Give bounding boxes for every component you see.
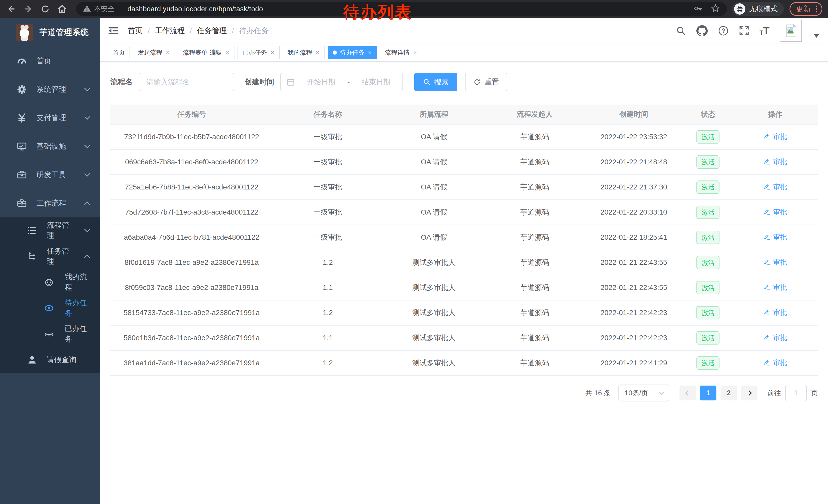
url-text[interactable]: dashboard.yudao.iocoder.cn/bpm/task/todo: [127, 5, 263, 13]
approve-link[interactable]: 审批: [763, 283, 787, 292]
goto-page-input[interactable]: [785, 385, 807, 401]
tab-close-icon[interactable]: ×: [368, 49, 372, 56]
sidebar-item[interactable]: 支付管理: [0, 103, 100, 132]
forward-icon[interactable]: [23, 3, 34, 15]
approve-link[interactable]: 审批: [763, 258, 787, 267]
key-icon[interactable]: [694, 4, 703, 14]
sidebar-logo[interactable]: 芋道管理系统: [0, 18, 100, 47]
page-button-2[interactable]: 2: [720, 385, 737, 401]
avatar[interactable]: [780, 20, 802, 42]
sidebar-item[interactable]: 研发工具: [0, 161, 100, 189]
fullscreen-icon[interactable]: [739, 26, 749, 36]
tag-tab-label: 我的流程: [288, 48, 312, 57]
chevron-icon: [84, 142, 90, 148]
chevron-right-icon: [747, 391, 752, 396]
status-badge: 激活: [696, 231, 719, 244]
tag-tab[interactable]: 发起流程 ×: [133, 46, 175, 59]
tag-tab[interactable]: 流程详情 ×: [380, 46, 422, 59]
sidebar-item[interactable]: 工作流程: [0, 189, 100, 217]
table-header-cell: 所属流程: [383, 109, 485, 119]
tab-close-icon[interactable]: ×: [315, 49, 320, 56]
update-button[interactable]: 更新: [790, 2, 822, 16]
tag-tab[interactable]: 待办任务 ×: [328, 46, 377, 59]
approve-link[interactable]: 审批: [763, 232, 787, 242]
approve-link-label: 审批: [773, 208, 787, 217]
reload-icon[interactable]: [40, 3, 51, 15]
tag-tab[interactable]: 我的流程 ×: [283, 46, 325, 59]
end-date-placeholder[interactable]: 结束日期: [356, 77, 397, 87]
date-range-picker[interactable]: 开始日期 - 结束日期: [280, 73, 403, 91]
top-header: 首页 / 工作流程 / 任务管理 / 待办任务 ?: [100, 18, 828, 44]
edit-pencil-icon: [763, 234, 771, 241]
page-button-1[interactable]: 1: [700, 385, 716, 401]
sidebar-item[interactable]: 首页: [0, 47, 100, 75]
browser-toolbar: 不安全 dashboard.yudao.iocoder.cn/bpm/task/…: [0, 0, 828, 18]
tab-close-icon[interactable]: ×: [225, 49, 230, 56]
search-icon: [423, 78, 431, 86]
refresh-icon: [473, 78, 481, 86]
start-date-placeholder[interactable]: 开始日期: [300, 77, 342, 87]
approve-link[interactable]: 审批: [763, 182, 787, 191]
approve-link[interactable]: 审批: [763, 208, 787, 217]
status-badge: 激活: [696, 256, 719, 269]
page-content: 流程名 创建时间 开始日期 - 结束日期 搜索 重置: [100, 61, 828, 504]
warning-icon: [83, 4, 91, 14]
breadcrumb-item[interactable]: 任务管理: [197, 26, 227, 36]
search-icon[interactable]: [676, 26, 686, 36]
url-divider: [122, 5, 122, 13]
home-icon[interactable]: [56, 3, 68, 15]
tab-close-icon[interactable]: ×: [270, 49, 275, 56]
breadcrumb-separator: /: [190, 27, 192, 35]
table-row: 75d72608-7b7f-11ec-a3c8-acde48001122 一级审…: [110, 200, 818, 225]
github-icon[interactable]: [696, 25, 708, 36]
sidebar-subitem[interactable]: 请假查询: [0, 347, 100, 373]
starter-cell: 芋道源码: [485, 182, 584, 192]
tab-close-icon[interactable]: ×: [413, 49, 417, 56]
process-name-input[interactable]: [139, 73, 234, 91]
approve-link[interactable]: 审批: [763, 157, 787, 166]
sidebar-subitem-label: 流程管理: [47, 220, 76, 241]
tab-close-icon[interactable]: ×: [165, 49, 170, 56]
back-icon[interactable]: [6, 3, 17, 15]
sidebar-subitem-label: 我的流程: [65, 272, 89, 292]
next-page-button[interactable]: [741, 385, 757, 401]
sidebar-subitem[interactable]: 任务管理: [0, 243, 100, 269]
goto-label: 前往: [767, 388, 781, 398]
status-badge: 激活: [696, 331, 719, 345]
sidebar-item[interactable]: 基础设施: [0, 132, 100, 161]
create-time-cell: 2022-01-21 22:43:55: [584, 283, 683, 292]
tag-tab-label: 已办任务: [242, 48, 267, 57]
tag-tab[interactable]: 已办任务 ×: [238, 46, 280, 59]
logo-avatar: [16, 24, 33, 41]
total-count: 共 16 条: [585, 388, 611, 398]
create-time-cell: 2022-01-21 22:43:55: [584, 259, 683, 267]
approve-link-label: 审批: [773, 182, 787, 191]
caret-down-icon[interactable]: [814, 34, 819, 38]
help-icon[interactable]: ?: [718, 26, 729, 36]
font-size-icon[interactable]: [759, 26, 770, 36]
breadcrumb-item[interactable]: 首页: [128, 26, 142, 36]
breadcrumb-item[interactable]: 工作流程: [155, 26, 185, 36]
star-icon[interactable]: [710, 4, 720, 14]
svg-text:?: ?: [721, 27, 726, 34]
security-label[interactable]: 不安全: [94, 4, 115, 13]
search-button[interactable]: 搜索: [414, 73, 457, 91]
sidebar-subitem[interactable]: 已办任务: [0, 321, 100, 347]
sidebar-subitem[interactable]: 流程管理: [0, 217, 100, 243]
tag-tab[interactable]: 流程表单-编辑 ×: [178, 46, 235, 59]
status-badge: 激活: [696, 155, 719, 169]
approve-link[interactable]: 审批: [763, 358, 787, 367]
task-name-cell: 一级审批: [273, 208, 382, 217]
create-time-cell: 2022-01-21 22:42:23: [584, 334, 683, 342]
prev-page-button[interactable]: [679, 385, 696, 401]
sidebar-subitem[interactable]: 待办任务: [0, 295, 100, 321]
approve-link[interactable]: 审批: [763, 308, 787, 317]
tag-tab[interactable]: 首页: [108, 46, 130, 59]
sidebar-item[interactable]: 系统管理: [0, 75, 100, 103]
approve-link[interactable]: 审批: [763, 132, 787, 141]
approve-link[interactable]: 审批: [763, 333, 787, 342]
page-size-select[interactable]: 10条/页: [618, 384, 669, 402]
reset-button[interactable]: 重置: [465, 73, 507, 91]
hamburger-icon[interactable]: [108, 25, 119, 36]
sidebar-subitem[interactable]: 我的流程: [0, 269, 100, 295]
